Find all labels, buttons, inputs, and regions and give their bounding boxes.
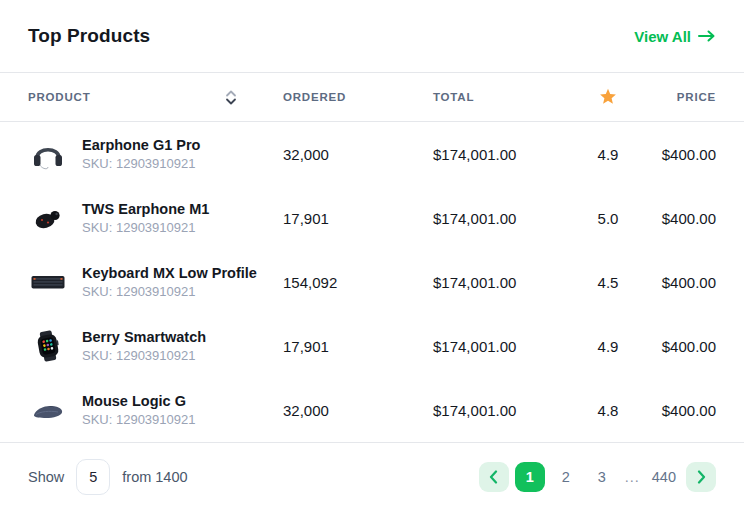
product-sku: SKU: 12903910921 bbox=[82, 156, 200, 171]
table-header-row: Product Ordered Total Price bbox=[0, 72, 744, 122]
view-all-label: View All bbox=[634, 28, 691, 45]
page-size-select[interactable]: 5 bbox=[76, 459, 110, 495]
product-name: Keyboard MX Low Profile bbox=[82, 265, 257, 281]
page-title: Top Products bbox=[28, 25, 150, 47]
from-label: from 1400 bbox=[122, 469, 187, 485]
product-image-earbuds bbox=[28, 198, 68, 238]
price-value: $400.00 bbox=[638, 274, 716, 291]
product-cell: Earphone G1 Pro SKU: 12903910921 bbox=[28, 134, 283, 174]
table-row[interactable]: TWS Earphone M1 SKU: 12903910921 17,901 … bbox=[0, 186, 744, 250]
next-page-button[interactable] bbox=[686, 462, 716, 492]
product-image-mouse bbox=[28, 390, 68, 430]
pagination-ellipsis: ... bbox=[623, 469, 642, 485]
card-header: Top Products View All bbox=[0, 0, 744, 72]
total-value: $174,001.00 bbox=[433, 274, 578, 291]
product-sku: SKU: 12903910921 bbox=[82, 220, 209, 235]
total-value: $174,001.00 bbox=[433, 402, 578, 419]
column-header-ordered: Ordered bbox=[283, 91, 433, 103]
product-image-headphones bbox=[28, 134, 68, 174]
table-row[interactable]: Earphone G1 Pro SKU: 12903910921 32,000 … bbox=[0, 122, 744, 186]
card-footer: Show 5 from 1400 1 2 3 ... 440 bbox=[0, 442, 744, 511]
total-value: $174,001.00 bbox=[433, 146, 578, 163]
top-products-card: Top Products View All Product Ordered To… bbox=[0, 0, 744, 511]
rating-value: 4.8 bbox=[578, 402, 638, 419]
product-image-smartwatch bbox=[28, 326, 68, 366]
ordered-value: 32,000 bbox=[283, 146, 433, 163]
rating-value: 4.9 bbox=[578, 338, 638, 355]
product-sku: SKU: 12903910921 bbox=[82, 348, 206, 363]
rating-value: 4.9 bbox=[578, 146, 638, 163]
ordered-value: 17,901 bbox=[283, 338, 433, 355]
prev-page-button[interactable] bbox=[479, 462, 509, 492]
column-header-product: Product bbox=[28, 90, 283, 105]
table-row[interactable]: Keyboard MX Low Profile SKU: 12903910921… bbox=[0, 250, 744, 314]
price-value: $400.00 bbox=[638, 338, 716, 355]
product-cell: Mouse Logic G SKU: 12903910921 bbox=[28, 390, 283, 430]
star-icon bbox=[599, 88, 617, 107]
product-image-keyboard bbox=[28, 262, 68, 302]
column-header-product-label: Product bbox=[28, 91, 91, 103]
product-cell: Berry Smartwatch SKU: 12903910921 bbox=[28, 326, 283, 366]
page-button-3[interactable]: 3 bbox=[587, 462, 617, 492]
total-value: $174,001.00 bbox=[433, 210, 578, 227]
page-button-1[interactable]: 1 bbox=[515, 462, 545, 492]
price-value: $400.00 bbox=[638, 402, 716, 419]
product-cell: Keyboard MX Low Profile SKU: 12903910921 bbox=[28, 262, 283, 302]
product-cell: TWS Earphone M1 SKU: 12903910921 bbox=[28, 198, 283, 238]
arrow-right-icon bbox=[698, 30, 716, 42]
price-value: $400.00 bbox=[638, 146, 716, 163]
ordered-value: 32,000 bbox=[283, 402, 433, 419]
column-header-rating bbox=[578, 88, 638, 107]
rating-value: 4.5 bbox=[578, 274, 638, 291]
page-button-2[interactable]: 2 bbox=[551, 462, 581, 492]
page-button-440[interactable]: 440 bbox=[648, 462, 680, 492]
ordered-value: 154,092 bbox=[283, 274, 433, 291]
product-sku: SKU: 12903910921 bbox=[82, 412, 195, 427]
page-size-control: Show 5 from 1400 bbox=[28, 459, 188, 495]
table-body: Earphone G1 Pro SKU: 12903910921 32,000 … bbox=[0, 122, 744, 442]
price-value: $400.00 bbox=[638, 210, 716, 227]
show-label: Show bbox=[28, 469, 64, 485]
table-row[interactable]: Berry Smartwatch SKU: 12903910921 17,901… bbox=[0, 314, 744, 378]
table-row[interactable]: Mouse Logic G SKU: 12903910921 32,000 $1… bbox=[0, 378, 744, 442]
product-sku: SKU: 12903910921 bbox=[82, 284, 257, 299]
ordered-value: 17,901 bbox=[283, 210, 433, 227]
product-name: Mouse Logic G bbox=[82, 393, 195, 409]
product-name: TWS Earphone M1 bbox=[82, 201, 209, 217]
total-value: $174,001.00 bbox=[433, 338, 578, 355]
view-all-link[interactable]: View All bbox=[634, 28, 716, 45]
pagination: 1 2 3 ... 440 bbox=[479, 462, 716, 492]
sort-icon[interactable] bbox=[225, 90, 237, 105]
product-name: Berry Smartwatch bbox=[82, 329, 206, 345]
column-header-price: Price bbox=[638, 91, 716, 103]
rating-value: 5.0 bbox=[578, 210, 638, 227]
column-header-total: Total bbox=[433, 91, 578, 103]
product-name: Earphone G1 Pro bbox=[82, 137, 200, 153]
